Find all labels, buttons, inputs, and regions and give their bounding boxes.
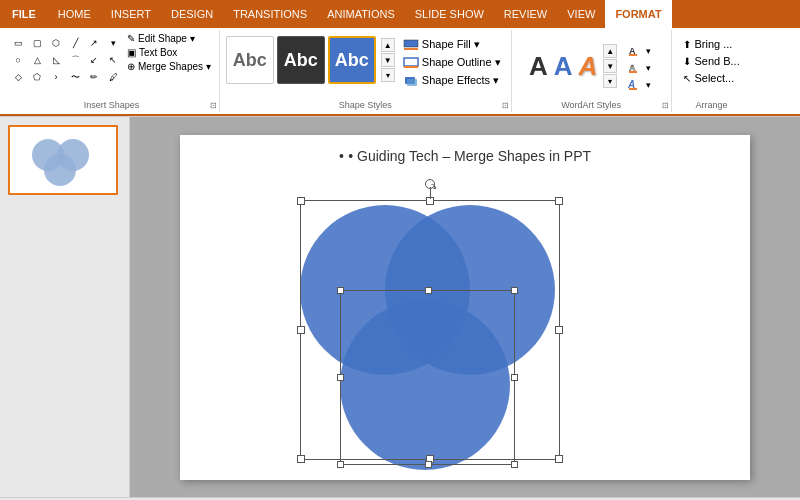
- wordart-a1[interactable]: A: [527, 51, 550, 82]
- tab-review[interactable]: REVIEW: [494, 0, 557, 28]
- tab-design[interactable]: DESIGN: [161, 0, 223, 28]
- edit-shape-button[interactable]: ✎ Edit Shape ▾: [125, 32, 213, 45]
- tab-animations[interactable]: ANIMATIONS: [317, 0, 405, 28]
- style-btn-1-label: Abc: [233, 50, 267, 71]
- shape-commands: Shape Fill ▾ Shape Outline ▾ Shape Effec…: [399, 36, 505, 89]
- shape-snip-rect[interactable]: ⬡: [48, 36, 64, 50]
- shape-wavy[interactable]: 〜: [67, 70, 83, 84]
- select-button[interactable]: ↖ Select...: [679, 70, 738, 86]
- text-box-button[interactable]: ▣ Text Box: [125, 46, 213, 59]
- style-btn-3[interactable]: Abc: [328, 36, 376, 84]
- style-scroll-down[interactable]: ▼: [381, 53, 395, 67]
- svg-rect-9: [629, 71, 637, 73]
- text-outline-icon: A: [627, 62, 643, 74]
- shape-arrow[interactable]: ↗: [86, 36, 102, 50]
- tab-file[interactable]: FILE: [0, 0, 48, 28]
- shape-rtriangle[interactable]: ◺: [48, 53, 64, 67]
- slide-thumbnail[interactable]: [8, 125, 118, 195]
- shape-effects-icon: [403, 75, 419, 87]
- tab-transitions[interactable]: TRANSITIONS: [223, 0, 317, 28]
- tab-insert[interactable]: INSERT: [101, 0, 161, 28]
- text-box-icon: ▣: [127, 47, 136, 58]
- wordart-scroll: ▲ ▼ ▾: [603, 44, 617, 88]
- send-label: Send B...: [694, 55, 739, 67]
- bring-icon: ⬆: [683, 39, 691, 50]
- style-btn-1[interactable]: Abc: [226, 36, 274, 84]
- shape-styles-expand[interactable]: ⊡: [502, 101, 509, 110]
- shape-triangle[interactable]: △: [29, 53, 45, 67]
- shape-rounded-rect[interactable]: ▢: [29, 36, 45, 50]
- wordart-a3[interactable]: A: [577, 51, 600, 82]
- shape-line[interactable]: ╱: [67, 36, 83, 50]
- shape-pentagon[interactable]: ⬠: [29, 70, 45, 84]
- text-effects-button[interactable]: A ▾: [623, 77, 655, 93]
- wordart-expand[interactable]: ⊡: [662, 101, 669, 110]
- style-scroll-up[interactable]: ▲: [381, 38, 395, 52]
- shape-chevron[interactable]: ›: [48, 70, 64, 84]
- select-label: Select...: [694, 72, 734, 84]
- shape-styles-content: Abc Abc Abc ▲ ▼ ▾: [226, 32, 505, 110]
- tab-slideshow[interactable]: SLIDE SHOW: [405, 0, 494, 28]
- shape-circle[interactable]: ○: [10, 53, 26, 67]
- style-btn-2-label: Abc: [284, 50, 318, 71]
- tab-format[interactable]: FORMAT: [605, 0, 671, 28]
- select-icon: ↖: [683, 73, 691, 84]
- arrange-label: Arrange: [672, 100, 752, 110]
- shape-curve[interactable]: ⌒: [67, 53, 83, 67]
- wordart-scroll-up[interactable]: ▲: [603, 44, 617, 58]
- shape-scribble[interactable]: 🖊: [105, 70, 121, 84]
- wordart-scroll-down[interactable]: ▼: [603, 59, 617, 73]
- shape-more[interactable]: ▾: [105, 36, 121, 50]
- shape-fill-button[interactable]: Shape Fill ▾: [399, 36, 505, 53]
- svg-rect-5: [407, 79, 417, 86]
- slide-canvas[interactable]: • • Guiding Tech – Merge Shapes in PPT: [180, 135, 750, 480]
- shape-diamond[interactable]: ◇: [10, 70, 26, 84]
- ribbon: FILE HOME INSERT DESIGN TRANSITIONS ANIM…: [0, 0, 800, 117]
- shapes-svg: [275, 185, 585, 480]
- shape-effects-button[interactable]: Shape Effects ▾: [399, 72, 505, 89]
- shape-outline-button[interactable]: Shape Outline ▾: [399, 54, 505, 71]
- wordart-scroll-more[interactable]: ▾: [603, 74, 617, 88]
- shape-connector[interactable]: ↙: [86, 53, 102, 67]
- shape-styles-label: Shape Styles: [220, 100, 511, 110]
- wordart-label: WordArt Styles: [512, 100, 671, 110]
- wordart-a2[interactable]: A: [552, 51, 575, 82]
- svg-point-14: [44, 154, 76, 186]
- group-wordart-styles: A A A ▲ ▼ ▾ A ▾: [512, 30, 672, 112]
- shape-fill-label: Shape Fill ▾: [422, 38, 480, 51]
- tab-home[interactable]: HOME: [48, 0, 101, 28]
- group-arrange: ⬆ Bring ... ⬇ Send B... ↖ Select... Arra…: [672, 30, 752, 112]
- shape-freeform[interactable]: ✏: [86, 70, 102, 84]
- text-outline-button[interactable]: A ▾: [623, 60, 655, 76]
- merge-shapes-button[interactable]: ⊕ Merge Shapes ▾: [125, 60, 213, 73]
- group-insert-shapes: ▭ ▢ ⬡ ╱ ↗ ▾ ○ △ ◺ ⌒ ↙ ↖ ◇ ⬠ ›: [4, 30, 220, 112]
- style-btn-2[interactable]: Abc: [277, 36, 325, 84]
- shape-fill-icon: [403, 39, 419, 51]
- send-icon: ⬇: [683, 56, 691, 67]
- insert-shapes-content: ▭ ▢ ⬡ ╱ ↗ ▾ ○ △ ◺ ⌒ ↙ ↖ ◇ ⬠ ›: [10, 32, 213, 110]
- ribbon-content: ▭ ▢ ⬡ ╱ ↗ ▾ ○ △ ◺ ⌒ ↙ ↖ ◇ ⬠ ›: [0, 28, 800, 116]
- bring-forward-button[interactable]: ⬆ Bring ...: [679, 36, 736, 52]
- insert-shapes-expand[interactable]: ⊡: [210, 101, 217, 110]
- text-effects-icon: A: [627, 79, 643, 91]
- shape-rect[interactable]: ▭: [10, 36, 26, 50]
- svg-rect-0: [404, 40, 418, 47]
- shape-connector2[interactable]: ↖: [105, 53, 121, 67]
- svg-rect-11: [629, 88, 637, 90]
- svg-rect-3: [404, 66, 418, 68]
- shape-outline-icon: [403, 57, 419, 69]
- send-backward-button[interactable]: ⬇ Send B...: [679, 53, 743, 69]
- insert-shapes-label: Insert Shapes: [4, 100, 219, 110]
- group-shape-styles: Abc Abc Abc ▲ ▼ ▾: [220, 30, 512, 112]
- merge-shapes-label: Merge Shapes ▾: [138, 61, 211, 72]
- text-fill-icon: A: [627, 45, 643, 57]
- tab-view[interactable]: VIEW: [557, 0, 605, 28]
- main-area: • • Guiding Tech – Merge Shapes in PPT: [0, 117, 800, 497]
- text-fill-button[interactable]: A ▾: [623, 43, 655, 59]
- svg-rect-2: [404, 58, 418, 66]
- shape-outline-label: Shape Outline ▾: [422, 56, 501, 69]
- text-outline-label: ▾: [646, 63, 651, 73]
- style-scroll-more[interactable]: ▾: [381, 68, 395, 82]
- slide-title-area: • • Guiding Tech – Merge Shapes in PPT: [180, 147, 750, 165]
- style-scroll: ▲ ▼ ▾: [381, 38, 395, 82]
